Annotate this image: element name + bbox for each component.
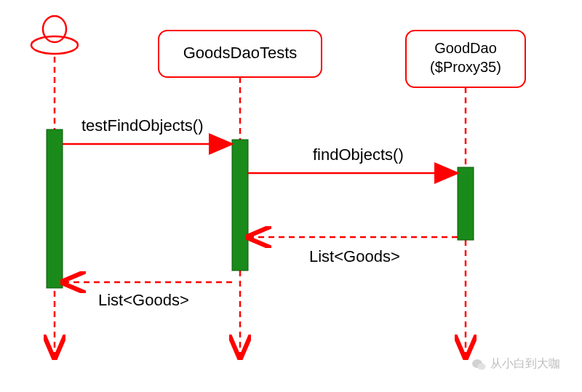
svg-point-3 bbox=[478, 363, 486, 369]
wechat-icon bbox=[471, 358, 486, 371]
watermark-text: 从小白到大咖 bbox=[490, 356, 560, 372]
sequence-diagram: GoodsDaoTests GoodDao ($Proxy35) testFin… bbox=[0, 0, 582, 392]
activation-dao bbox=[458, 167, 474, 240]
message-call2-label: findObjects() bbox=[313, 145, 404, 164]
diagram-svg: GoodsDaoTests GoodDao ($Proxy35) testFin… bbox=[0, 0, 582, 392]
participant-tests-label: GoodsDaoTests bbox=[183, 44, 298, 62]
participant-dao-label1: GoodDao bbox=[434, 40, 497, 56]
actor-icon bbox=[31, 16, 78, 54]
message-call1-label: testFindObjects() bbox=[81, 116, 204, 135]
participant-dao-label2: ($Proxy35) bbox=[430, 59, 501, 75]
activation-actor bbox=[47, 129, 63, 288]
message-ret2-label: List<Goods> bbox=[98, 291, 189, 309]
watermark: 从小白到大咖 bbox=[471, 356, 560, 372]
message-ret1-label: List<Goods> bbox=[309, 247, 400, 265]
svg-point-0 bbox=[43, 16, 66, 42]
activation-tests bbox=[232, 140, 248, 271]
svg-point-1 bbox=[31, 36, 78, 54]
